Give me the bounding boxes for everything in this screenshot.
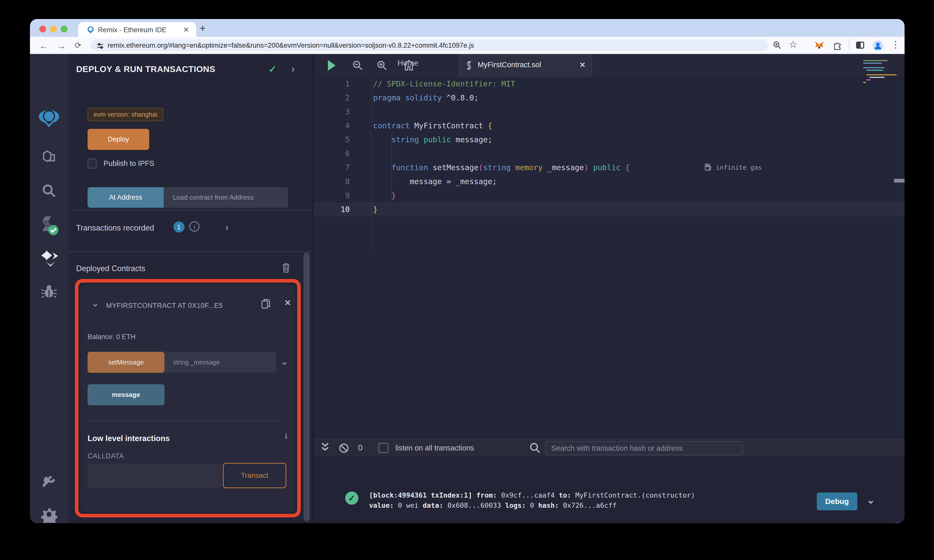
profile-avatar[interactable]: [872, 40, 883, 51]
tab-title: Remix - Ethereum IDE: [98, 26, 166, 34]
debug-button[interactable]: Debug: [817, 492, 857, 510]
set-message-button[interactable]: setMessage: [88, 352, 165, 373]
run-script-icon[interactable]: [327, 60, 336, 71]
solidity-compiler-icon[interactable]: [30, 215, 68, 237]
indent-guide: [391, 133, 392, 203]
panel-title: DEPLOY & RUN TRANSACTIONS: [76, 64, 215, 74]
terminal: 0 listen on all transactions Search with…: [314, 439, 905, 523]
maximize-window-button[interactable]: [61, 26, 68, 32]
calldata-input[interactable]: [88, 464, 222, 488]
search-icon[interactable]: [30, 183, 68, 198]
log-line[interactable]: [block:4994361 txIndex:1] from: 0x9cf...…: [369, 490, 695, 500]
card-divider: [88, 421, 283, 422]
new-tab-button[interactable]: +: [199, 22, 206, 34]
minimap[interactable]: [863, 58, 899, 168]
code-line[interactable]: 10}: [314, 202, 905, 216]
deploy-run-panel: DEPLOY & RUN TRANSACTIONS ✓ › evm versio…: [68, 54, 313, 523]
collapse-terminal-icon[interactable]: [321, 441, 330, 452]
clear-console-icon[interactable]: [339, 443, 349, 454]
minimize-window-button[interactable]: [50, 26, 57, 32]
set-message-expand-chevron-icon[interactable]: ⌄: [281, 356, 288, 367]
transactions-recorded-label: Transactions recorded: [76, 223, 154, 232]
code-line[interactable]: 1// SPDX-License-Identifier: MIT: [314, 77, 905, 91]
contract-close-icon[interactable]: ✕: [284, 298, 291, 308]
remix-app: DEPLOY & RUN TRANSACTIONS ✓ › evm versio…: [30, 54, 905, 523]
at-address-button[interactable]: At Address: [88, 187, 164, 208]
zoom-out-icon[interactable]: [352, 60, 363, 71]
contract-title: MYFIRSTCONTRACT AT 0X10F...E5: [106, 302, 258, 310]
extensions-icon[interactable]: [832, 40, 842, 50]
evm-version-badge: evm version: shanghai: [88, 108, 163, 121]
calldata-label: CALLDATA: [88, 452, 124, 460]
low-level-info-icon[interactable]: i: [285, 431, 287, 441]
panel-scrollbar[interactable]: [304, 252, 310, 521]
url-text[interactable]: remix.ethereum.org/#lang=en&optimize=fal…: [108, 42, 474, 49]
zoom-in-icon[interactable]: [377, 60, 387, 71]
address-bar[interactable]: remix.ethereum.org/#lang=en&optimize=fal…: [91, 39, 768, 51]
forward-icon[interactable]: →: [57, 41, 66, 51]
code-line[interactable]: 4contract MyFirstContract {: [314, 119, 905, 133]
transactions-expand-chevron-icon[interactable]: ›: [225, 222, 229, 233]
code-line[interactable]: 6: [314, 146, 905, 160]
tab-close-icon[interactable]: ✕: [183, 26, 189, 34]
transaction-log[interactable]: [block:4994361 txIndex:1] from: 0x9cf...…: [369, 490, 695, 511]
terminal-search-icon: [529, 442, 541, 454]
deploy-and-run-icon[interactable]: [30, 250, 68, 266]
gutter-divider: [371, 77, 372, 252]
bookmark-star-icon[interactable]: ☆: [789, 39, 797, 50]
reload-icon[interactable]: ⟳: [75, 41, 82, 50]
settings-icon[interactable]: [30, 506, 68, 523]
code-line[interactable]: 8 message = _message;: [314, 174, 905, 188]
tab-home[interactable]: Home: [398, 58, 419, 68]
icon-rail: [30, 54, 68, 523]
message-button[interactable]: message: [88, 384, 165, 405]
low-level-interactions-label: Low level interactions: [88, 434, 170, 443]
transact-button[interactable]: Transact: [223, 463, 286, 488]
metamask-icon[interactable]: [814, 40, 825, 51]
sidebar-toggle-icon[interactable]: [855, 40, 865, 50]
code-line[interactable]: 3: [314, 105, 905, 119]
file-tab-close-icon[interactable]: ✕: [580, 61, 586, 69]
at-address-input[interactable]: Load contract from Address: [164, 187, 288, 208]
set-message-input[interactable]: string _message: [165, 352, 276, 373]
terminal-toolbar: 0 listen on all transactions Search with…: [314, 439, 905, 457]
trash-icon[interactable]: [281, 263, 291, 273]
terminal-scrollbar[interactable]: [894, 522, 900, 523]
code-line[interactable]: 9 }: [314, 188, 905, 202]
code-line[interactable]: 2pragma solidity ^0.8.0;: [314, 91, 905, 105]
solidity-file-icon: [466, 61, 473, 72]
tune-icon[interactable]: [96, 42, 104, 50]
editor-scrollbar-thumb[interactable]: [894, 179, 905, 183]
transactions-info-icon[interactable]: i: [190, 222, 199, 232]
zoom-icon[interactable]: [772, 40, 782, 50]
close-window-button[interactable]: [39, 26, 46, 32]
tab-myfirstcontract[interactable]: MyFirstContract.sol ✕: [459, 55, 592, 77]
plugin-manager-icon[interactable]: [30, 472, 68, 488]
remix-logo[interactable]: [30, 106, 68, 130]
menu-dots-icon[interactable]: ⋮: [891, 39, 900, 50]
transactions-count-badge: 1: [173, 222, 185, 232]
back-icon[interactable]: ←: [39, 41, 48, 51]
search-placeholder: Search with transaction hash or address: [551, 444, 683, 452]
copy-address-icon[interactable]: [261, 298, 271, 309]
panel-expand-chevron-icon[interactable]: ›: [291, 63, 295, 75]
transaction-search-input[interactable]: Search with transaction hash or address: [545, 441, 743, 455]
listen-transactions-checkbox[interactable]: [378, 443, 388, 453]
code-line[interactable]: 5 string public message;: [314, 133, 905, 146]
publish-ipfs-checkbox[interactable]: [88, 158, 97, 169]
contract-balance: Balance: 0 ETH: [88, 333, 136, 341]
deploy-button[interactable]: Deploy: [88, 129, 149, 150]
pending-count: 0: [358, 443, 362, 452]
browser-tab[interactable]: Remix - Ethereum IDE ✕: [78, 22, 196, 37]
log-expand-chevron-icon[interactable]: ⌄: [866, 494, 875, 506]
file-explorer-icon[interactable]: [30, 149, 68, 165]
debugger-icon[interactable]: [30, 284, 68, 299]
panel-divider: [68, 210, 313, 211]
browser-tab-strip: Remix - Ethereum IDE ✕ +: [30, 19, 905, 37]
transaction-success-icon: ✓: [345, 492, 358, 505]
log-line[interactable]: value: 0 wei data: 0x608...60033 logs: 0…: [369, 500, 695, 511]
contract-collapse-chevron-icon[interactable]: ⌄: [91, 298, 99, 309]
browser-toolbar: ← → ⟳ remix.ethereum.org/#lang=en&optimi…: [30, 37, 905, 54]
code-area[interactable]: 1// SPDX-License-Identifier: MIT2pragma …: [314, 77, 905, 439]
code-line[interactable]: 7 function setMessage(string memory _mes…: [314, 160, 905, 174]
